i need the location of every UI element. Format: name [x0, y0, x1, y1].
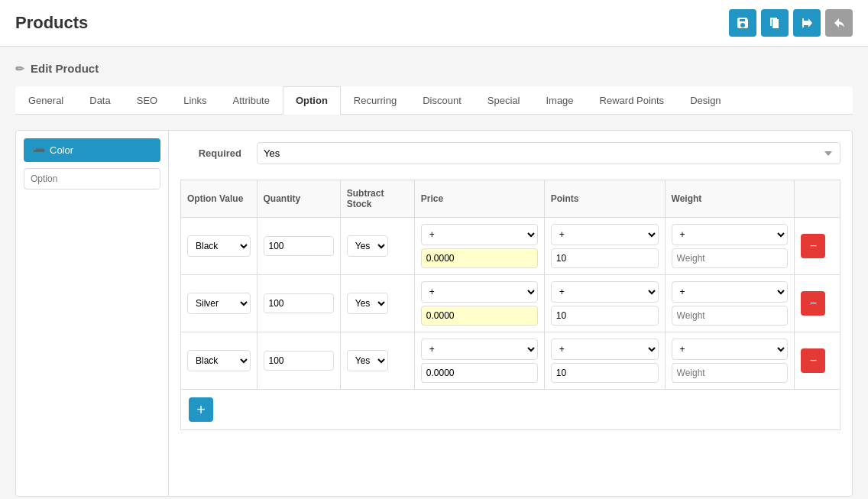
th-weight: Weight: [665, 180, 795, 218]
main-area: ➖ Color Required Yes No Option V: [15, 130, 853, 497]
points-modifier-select-0[interactable]: + -: [551, 224, 659, 245]
cell-quantity-1: [257, 275, 340, 332]
price-input-1[interactable]: [421, 306, 538, 326]
edit-product-header: ✏ Edit Product: [15, 62, 853, 75]
points-input-0[interactable]: [551, 248, 659, 268]
tab-reward-points[interactable]: Reward Points: [587, 86, 678, 114]
remove-row-button-0[interactable]: −: [801, 234, 825, 258]
required-select[interactable]: Yes No: [257, 142, 840, 164]
tab-general[interactable]: General: [15, 86, 76, 114]
minus-icon: ➖: [33, 144, 45, 156]
price-input-2[interactable]: [421, 363, 538, 383]
cell-subtract-1: Yes No: [340, 275, 414, 332]
page-title: Products: [15, 13, 88, 33]
content-area: Required Yes No Option Value Quantity: [169, 131, 852, 496]
add-row-button[interactable]: +: [189, 397, 213, 422]
price-modifier-select-1[interactable]: + -: [421, 281, 538, 303]
cell-points-1: + -: [544, 275, 665, 332]
save-button[interactable]: [729, 9, 756, 37]
cell-option-value-0: Black Black Silver White: [181, 218, 257, 275]
cell-remove-1: −: [795, 275, 840, 332]
required-label: Required: [180, 147, 241, 159]
price-modifier-select-2[interactable]: + -: [421, 339, 538, 360]
cell-quantity-2: [257, 332, 340, 390]
th-action: [795, 180, 840, 218]
table-add-row: +: [181, 390, 840, 430]
option-search-input[interactable]: [24, 168, 160, 190]
options-table: Option Value Quantity Subtract Stock Pri…: [180, 180, 840, 430]
weight-modifier-select-0[interactable]: + -: [672, 224, 789, 245]
cell-weight-1: + -: [665, 275, 795, 332]
cell-remove-0: −: [795, 218, 840, 275]
required-row: Required Yes No: [180, 142, 840, 164]
weight-modifier-select-1[interactable]: + -: [672, 281, 789, 303]
quantity-input-1[interactable]: [264, 293, 334, 313]
cell-option-value-1: Silver Black Silver White: [181, 275, 257, 332]
cell-price-1: + -: [414, 275, 544, 332]
th-price: Price: [414, 180, 544, 218]
cell-subtract-2: Yes No: [340, 332, 414, 390]
subtract-select-2[interactable]: Yes No: [347, 350, 388, 371]
tab-data[interactable]: Data: [76, 86, 123, 114]
tab-design[interactable]: Design: [677, 86, 734, 114]
remove-row-button-2[interactable]: −: [801, 348, 825, 373]
weight-input-0[interactable]: [672, 248, 789, 268]
cell-quantity-0: [257, 218, 340, 275]
price-input-0[interactable]: [421, 248, 538, 268]
page-header: Products: [0, 0, 868, 47]
tab-discount[interactable]: Discount: [410, 86, 474, 114]
pencil-icon: ✏: [15, 63, 24, 75]
table-row: Black Black Silver White Yes No + -: [181, 218, 840, 275]
points-input-1[interactable]: [551, 306, 659, 326]
th-points: Points: [544, 180, 665, 218]
cell-subtract-0: Yes No: [340, 218, 414, 275]
remove-row-button-1[interactable]: −: [801, 291, 825, 316]
cell-points-0: + -: [544, 218, 665, 275]
table-row: Black Black Silver White Yes No + -: [181, 332, 840, 390]
exit-button[interactable]: [793, 9, 821, 37]
page-content: ✏ Edit Product General Data SEO Links At…: [0, 47, 868, 499]
edit-product-label: Edit Product: [31, 62, 99, 75]
cell-option-value-2: Black Black Silver White: [181, 332, 257, 390]
th-subtract-stock: Subtract Stock: [340, 180, 414, 218]
table-header-row: Option Value Quantity Subtract Stock Pri…: [181, 180, 840, 218]
points-input-2[interactable]: [551, 363, 659, 383]
cell-price-0: + -: [414, 218, 544, 275]
table-row: Silver Black Silver White Yes No + -: [181, 275, 840, 332]
tab-attribute[interactable]: Attribute: [220, 86, 283, 114]
option-value-select-0[interactable]: Black Black Silver White: [187, 235, 251, 257]
cell-price-2: + -: [414, 332, 544, 390]
cell-points-2: + -: [544, 332, 665, 390]
subtract-select-1[interactable]: Yes No: [347, 293, 388, 314]
tab-seo[interactable]: SEO: [124, 86, 170, 114]
weight-input-1[interactable]: [672, 306, 789, 326]
add-row-cell: +: [181, 390, 840, 430]
price-modifier-select-0[interactable]: + -: [421, 224, 538, 245]
tabs-bar: General Data SEO Links Attribute Option …: [15, 86, 853, 115]
tab-image[interactable]: Image: [533, 86, 586, 114]
sidebar-color-item[interactable]: ➖ Color: [24, 138, 160, 162]
cell-weight-0: + -: [665, 218, 795, 275]
tab-links[interactable]: Links: [170, 86, 219, 114]
header-buttons: [729, 9, 853, 37]
sidebar-color-label: Color: [50, 144, 73, 156]
tab-recurring[interactable]: Recurring: [341, 86, 410, 114]
th-quantity: Quantity: [257, 180, 340, 218]
sidebar: ➖ Color: [16, 131, 169, 496]
cell-remove-2: −: [795, 332, 840, 390]
copy-button[interactable]: [761, 9, 789, 37]
points-modifier-select-1[interactable]: + -: [551, 281, 659, 303]
option-value-select-2[interactable]: Black Black Silver White: [187, 350, 251, 371]
tab-special[interactable]: Special: [474, 86, 533, 114]
option-value-select-1[interactable]: Silver Black Silver White: [187, 293, 251, 314]
weight-modifier-select-2[interactable]: + -: [672, 339, 789, 360]
subtract-select-0[interactable]: Yes No: [347, 235, 388, 257]
back-button[interactable]: [825, 9, 853, 37]
quantity-input-2[interactable]: [264, 351, 334, 371]
weight-input-2[interactable]: [672, 363, 789, 383]
cell-weight-2: + -: [665, 332, 795, 390]
th-option-value: Option Value: [181, 180, 257, 218]
tab-option[interactable]: Option: [283, 86, 341, 115]
points-modifier-select-2[interactable]: + -: [551, 339, 659, 360]
quantity-input-0[interactable]: [264, 236, 334, 256]
